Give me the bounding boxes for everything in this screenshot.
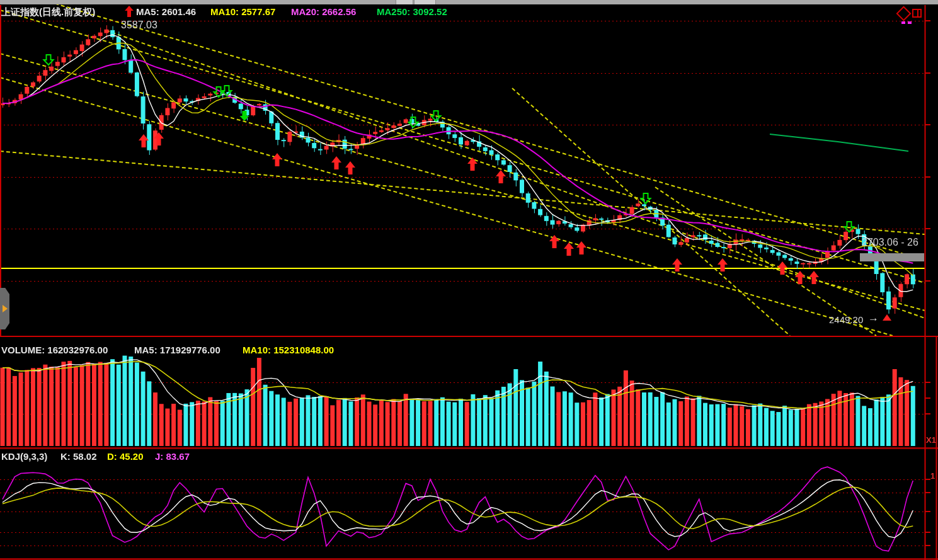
window-titlebar[interactable] [0, 0, 938, 4]
ma250-value: 3092.52 [413, 6, 447, 17]
kdj-d-readout: D: 45.20 [107, 452, 144, 461]
kdj-axis-100-label: 1 [930, 472, 935, 480]
titlebar-tab[interactable] [396, 0, 413, 4]
ma20-label: MA20: [291, 6, 319, 17]
volume-ma10-value: 152310848.00 [273, 345, 334, 355]
kdj-j-value: 83.67 [166, 451, 190, 462]
magenta-marker-dash [908, 21, 912, 24]
up-arrow-icon [125, 6, 134, 17]
symbol-period-title: 上证指数(日线.前复权) [1, 7, 95, 16]
kdj-k-readout: K: 58.02 [60, 452, 97, 461]
magenta-marker-dash [901, 21, 905, 24]
price-volume-kdj-chart-canvas[interactable] [0, 0, 938, 560]
volume-ma10-readout: MA10: 152310848.00 [243, 345, 334, 355]
kdj-k-value: 58.02 [73, 451, 97, 462]
kdj-j-label: J: [155, 451, 163, 462]
ma10-value: 2577.67 [241, 6, 275, 17]
kdj-indicator-title[interactable]: KDJ(9,3,3) [1, 452, 47, 461]
expand-sidebar-tab[interactable] [0, 288, 9, 329]
low-price-label: 2449.20 [829, 315, 863, 324]
kdj-j-readout: J: 83.67 [155, 452, 190, 461]
ma5-value: 2601.46 [162, 6, 196, 17]
ma5-readout: MA5: 2601.46 [136, 7, 196, 16]
ma10-readout: MA10: 2577.67 [210, 7, 275, 16]
stock-trading-app: 上证指数(日线.前复权) MA5: 2601.46 MA10: 2577.67 … [0, 0, 938, 560]
expand-arrow-icon [3, 305, 8, 312]
split-window-icon[interactable] [912, 9, 922, 18]
ma10-label: MA10: [210, 6, 239, 17]
ma250-label: MA250: [377, 6, 410, 17]
titlebar-tab[interactable] [414, 0, 436, 4]
price-range-highlight-bar [860, 253, 924, 261]
kdj-k-label: K: [60, 451, 71, 462]
volume-ma5-label: MA5: [134, 345, 157, 355]
volume-label: VOLUME: [1, 345, 45, 355]
ma20-value: 2662.56 [322, 6, 356, 17]
volume-ma5-readout: MA5: 171929776.00 [134, 345, 220, 355]
peak-price-label: 3587.03 [121, 20, 157, 30]
ma250-readout: MA250: 3092.52 [377, 7, 447, 16]
volume-value: 162032976.00 [47, 345, 108, 355]
kdj-d-value: 45.20 [120, 451, 144, 462]
ma5-label: MA5: [136, 6, 159, 17]
kdj-d-label: D: [107, 451, 117, 462]
volume-readout: VOLUME: 162032976.00 [1, 345, 108, 355]
volume-ma5-value: 171929776.00 [160, 345, 220, 355]
low-price-arrow: → [868, 312, 879, 323]
volume-axis-scale-label: X1 [926, 436, 936, 444]
volume-ma10-label: MA10: [243, 345, 271, 355]
price-range-label: 2703.06 - 26 [862, 237, 918, 248]
ma20-readout: MA20: 2662.56 [291, 7, 356, 16]
